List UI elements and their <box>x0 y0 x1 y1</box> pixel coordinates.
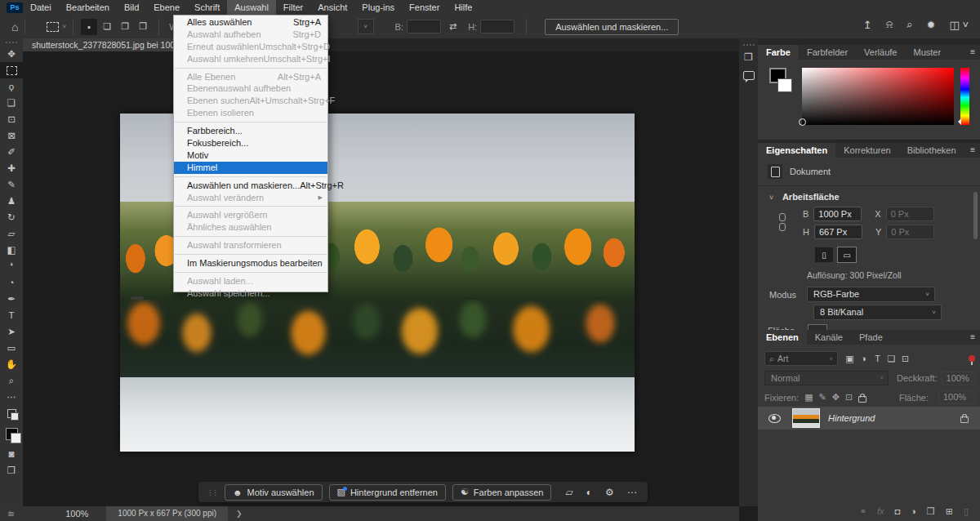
menu-item-maskierungsmodus[interactable]: Im Maskierungsmodus bearbeiten <box>174 257 327 269</box>
landscape-orientation-button[interactable]: ▭ <box>838 247 856 262</box>
lasso-tool[interactable]: ϙ <box>0 78 23 95</box>
layer-filter-toggle[interactable] <box>969 355 975 362</box>
chevron-down-icon[interactable]: ˅ <box>62 23 66 30</box>
swap-dimensions-icon[interactable]: ⇄ <box>449 21 457 32</box>
pen-tool[interactable]: ✒ <box>0 291 23 307</box>
workspace-icon[interactable]: ◫ ˅ <box>950 19 969 31</box>
color-field[interactable] <box>802 68 954 125</box>
default-swatches-icon[interactable] <box>0 405 23 421</box>
tab-verlaeufe[interactable]: Verläufe <box>856 45 905 60</box>
panel-menu-icon[interactable]: ≡ <box>970 332 975 341</box>
filter-adjustment-layers-icon[interactable]: ◑ <box>857 354 871 364</box>
edit-toolbar-button[interactable]: ⋯ <box>0 389 23 405</box>
tab-bibliotheken[interactable]: Bibliotheken <box>899 143 964 158</box>
status-options-chevron[interactable]: ❯ <box>236 510 243 518</box>
collapsed-panels-icon[interactable]: ❐ <box>739 48 758 66</box>
share-icon[interactable]: ↥ <box>863 19 872 31</box>
link-layers-icon[interactable]: ⚭ <box>859 506 866 517</box>
tab-ebenen[interactable]: Ebenen <box>758 330 807 345</box>
rail-grip[interactable] <box>739 41 758 48</box>
new-layer-icon[interactable]: ⊞ <box>946 506 953 517</box>
width-input[interactable] <box>407 20 441 33</box>
height-input[interactable] <box>480 20 514 33</box>
screen-mode-button[interactable]: ❐ <box>0 462 23 479</box>
select-and-mask-button[interactable]: Auswählen und maskieren... <box>545 19 679 35</box>
path-selection-tool[interactable]: ➤ <box>0 323 23 340</box>
menu-bild[interactable]: Bild <box>117 0 146 15</box>
style-dropdown[interactable]: ˅ <box>358 19 374 34</box>
notifications-icon[interactable]: ⍾ <box>886 18 893 31</box>
panel-menu-icon[interactable]: ≡ <box>970 145 975 154</box>
menu-item-himmel[interactable]: Himmel <box>174 162 327 174</box>
rectangle-tool[interactable]: ▭ <box>0 340 23 356</box>
layer-filter-type-dropdown[interactable]: ⌕ Art ˅ <box>764 351 838 366</box>
hue-strip[interactable] <box>960 68 969 125</box>
tab-pfade[interactable]: Pfade <box>851 330 891 345</box>
new-selection-icon[interactable]: ▪ <box>81 19 97 35</box>
menu-item-auswahl-veraendern[interactable]: Auswahl verändern <box>174 192 327 204</box>
tab-farbe[interactable]: Farbe <box>758 45 799 60</box>
portrait-orientation-button[interactable]: ▯ <box>815 247 833 262</box>
new-group-icon[interactable]: ❒ <box>927 506 935 517</box>
lock-all-icon[interactable] <box>858 396 866 403</box>
menu-item-auswahl-aufheben[interactable]: Auswahl aufheben Strg+D <box>174 29 327 41</box>
add-selection-icon[interactable]: ❏ <box>99 19 115 35</box>
canvas-height-input[interactable]: 667 Px <box>814 225 862 239</box>
hintergrund-entfernen-button[interactable]: ▧ Hintergrund entfernen <box>329 484 446 501</box>
link-dimensions-icon[interactable] <box>779 213 786 231</box>
menu-item-alle-ebenen[interactable]: Alle Ebenen Alt+Strg+A <box>174 71 327 83</box>
fill-value[interactable]: 100% <box>938 390 975 404</box>
eraser-tool[interactable]: ▱ <box>0 225 23 242</box>
comments-icon[interactable] <box>739 66 758 84</box>
frame-tool[interactable]: ⊠ <box>0 127 23 144</box>
menu-item-auswaehlen-und-maskieren[interactable]: Auswählen und maskieren... Alt+Strg+R <box>174 180 327 192</box>
filter-shape-layers-icon[interactable]: ❏ <box>884 354 898 364</box>
filter-smart-objects-icon[interactable]: ⊡ <box>898 354 912 364</box>
menu-item-fokusbereich[interactable]: Fokusbereich... <box>174 137 327 149</box>
context-bar-grip[interactable]: ⋮⋮ <box>207 488 216 497</box>
menu-datei[interactable]: Datei <box>23 0 59 15</box>
subtract-selection-icon[interactable]: ❐ <box>117 19 133 35</box>
hand-tool[interactable]: ✋ <box>0 356 23 372</box>
layer-mask-icon[interactable]: ◘ <box>895 506 901 516</box>
more-options-icon[interactable]: ⋯ <box>625 487 639 498</box>
menu-item-ebenen-isolieren[interactable]: Ebenen isolieren <box>174 107 327 119</box>
menu-plugins[interactable]: Plug-ins <box>354 0 402 15</box>
panel-menu-icon[interactable]: ≡ <box>970 47 975 56</box>
tab-farbfelder[interactable]: Farbfelder <box>799 45 856 60</box>
layer-thumbnail[interactable] <box>792 408 820 428</box>
home-icon[interactable]: ⌂ <box>11 20 18 33</box>
menu-auswahl[interactable]: Auswahl <box>227 0 276 15</box>
menu-item-ebenenauswahl-aufheben[interactable]: Ebenenauswahl aufheben <box>174 82 327 95</box>
layer-row-hintergrund[interactable]: Hintergrund <box>758 407 980 430</box>
canvas-area[interactable] <box>23 51 739 506</box>
filter-type-layers-icon[interactable]: T <box>871 354 884 364</box>
quick-mask-button[interactable]: ◙ <box>0 446 23 462</box>
menu-ansicht[interactable]: Ansicht <box>310 0 354 15</box>
lock-transparency-icon[interactable]: ▦ <box>804 392 813 403</box>
menu-item-auswahl-transformieren[interactable]: Auswahl transformieren <box>174 239 327 252</box>
properties-scrollbar[interactable]: ˅ <box>973 190 978 313</box>
transform-icon[interactable]: ▱ <box>563 487 575 498</box>
menu-fenster[interactable]: Fenster <box>402 0 447 15</box>
eyedropper-tool[interactable]: ✐ <box>0 144 23 160</box>
filter-pixel-layers-icon[interactable]: ▣ <box>843 354 857 364</box>
status-left-icon[interactable]: ≋ <box>7 509 15 519</box>
layer-visibility-eye-icon[interactable] <box>768 414 781 423</box>
tab-eigenschaften[interactable]: Eigenschaften <box>758 143 835 158</box>
zoom-tool[interactable]: ⌕ <box>0 372 23 389</box>
layer-name[interactable]: Hintergrund <box>828 413 875 423</box>
discover-icon[interactable]: ✹ <box>927 19 936 31</box>
menu-item-auswahl-laden[interactable]: Auswahl laden... <box>174 275 327 287</box>
blend-mode-dropdown[interactable]: Normal <box>764 371 889 385</box>
menu-filter[interactable]: Filter <box>276 0 310 15</box>
menu-item-alles-auswaehlen[interactable]: Alles auswählen Strg+A <box>174 16 327 29</box>
lock-position-icon[interactable]: ✥ <box>832 392 840 403</box>
canvas-section-header[interactable]: ˅ Arbeitsfläche <box>769 192 980 202</box>
tab-korrekturen[interactable]: Korrekturen <box>835 143 898 158</box>
color-mode-dropdown[interactable]: RGB-Farbe <box>807 287 935 302</box>
blur-tool[interactable]: ❛ <box>0 258 23 274</box>
menu-item-auswahl-vergroessern[interactable]: Auswahl vergrößern <box>174 209 327 221</box>
opacity-value[interactable]: 100% <box>942 372 975 385</box>
foreground-background-swatches[interactable] <box>0 421 23 446</box>
